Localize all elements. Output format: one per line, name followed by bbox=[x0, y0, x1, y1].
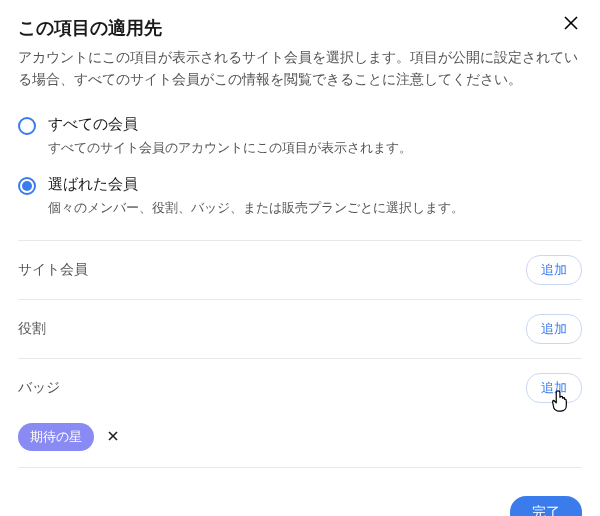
radio-description: すべてのサイト会員のアカウントにこの項目が表示されます。 bbox=[48, 138, 582, 158]
add-roles-button[interactable]: 追加 bbox=[526, 314, 582, 344]
radio-label: 選ばれた会員 bbox=[48, 175, 582, 194]
add-site-members-button[interactable]: 追加 bbox=[526, 255, 582, 285]
close-icon bbox=[108, 428, 118, 444]
badge-remove-button[interactable] bbox=[108, 428, 118, 444]
modal-description: アカウントにこの項目が表示されるサイト会員を選択します。項目が公開に設定されてい… bbox=[18, 46, 582, 91]
modal-title: この項目の適用先 bbox=[18, 16, 582, 40]
done-button[interactable]: 完了 bbox=[510, 496, 582, 516]
section-label: 役割 bbox=[18, 320, 46, 338]
audience-radio-group: すべての会員 すべてのサイト会員のアカウントにこの項目が表示されます。 選ばれた… bbox=[18, 111, 582, 232]
section-site-members: サイト会員 追加 bbox=[18, 240, 582, 300]
section-badges: バッジ 追加 bbox=[18, 359, 582, 417]
badge-chips-area: 期待の星 bbox=[18, 417, 582, 468]
badge-chip: 期待の星 bbox=[18, 423, 94, 451]
radio-label: すべての会員 bbox=[48, 115, 582, 134]
close-icon bbox=[563, 15, 579, 35]
section-label: サイト会員 bbox=[18, 261, 88, 279]
radio-option-all-members[interactable]: すべての会員 すべてのサイト会員のアカウントにこの項目が表示されます。 bbox=[18, 111, 582, 172]
close-button[interactable] bbox=[560, 14, 582, 36]
radio-description: 個々のメンバー、役割、バッジ、または販売プランごとに選択します。 bbox=[48, 198, 582, 218]
section-label: バッジ bbox=[18, 379, 60, 397]
badge-chip-label: 期待の星 bbox=[30, 428, 82, 446]
radio-icon bbox=[18, 117, 36, 135]
radio-icon-selected bbox=[18, 177, 36, 195]
radio-option-selected-members[interactable]: 選ばれた会員 個々のメンバー、役割、バッジ、または販売プランごとに選択します。 bbox=[18, 171, 582, 232]
section-roles: 役割 追加 bbox=[18, 300, 582, 359]
add-badges-button[interactable]: 追加 bbox=[526, 373, 582, 403]
